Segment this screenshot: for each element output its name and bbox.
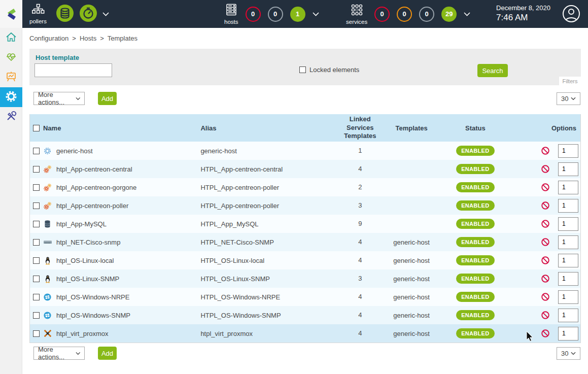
services-ok-badge[interactable]: 29 bbox=[441, 7, 457, 22]
row-checkbox[interactable] bbox=[33, 257, 40, 264]
services-warning-badge[interactable]: 0 bbox=[397, 7, 412, 22]
sidebar-item-monitoring[interactable] bbox=[0, 48, 22, 67]
database-status-icon[interactable] bbox=[56, 4, 74, 24]
template-name-link[interactable]: htpl_OS-Windows-SNMP bbox=[56, 312, 130, 319]
pollers-chevron-down-icon[interactable] bbox=[102, 12, 109, 16]
order-input[interactable] bbox=[558, 235, 578, 249]
disable-icon[interactable] bbox=[541, 311, 550, 320]
sidebar-item-administration[interactable] bbox=[0, 107, 22, 127]
row-checkbox[interactable] bbox=[33, 312, 40, 319]
order-input[interactable] bbox=[558, 272, 578, 286]
breadcrumb-configuration[interactable]: Configuration bbox=[29, 35, 68, 42]
hosts-up-badge[interactable]: 1 bbox=[290, 7, 305, 22]
pollers-icon bbox=[31, 4, 45, 18]
column-header-name[interactable]: Name bbox=[43, 124, 200, 132]
table-row[interactable]: htpl_OS-Linux-localHTPL_OS-Linux-local4g… bbox=[30, 251, 580, 269]
breadcrumb-hosts[interactable]: Hosts bbox=[80, 35, 96, 42]
disable-icon[interactable] bbox=[541, 274, 550, 283]
table-row[interactable]: htpl_OS-Windows-NRPEHTPL_OS-Windows-NRPE… bbox=[30, 288, 580, 306]
template-name-link[interactable]: generic-host bbox=[56, 147, 93, 155]
centreon-logo[interactable] bbox=[0, 0, 22, 28]
order-input[interactable] bbox=[558, 290, 578, 304]
disable-icon[interactable] bbox=[541, 256, 550, 265]
template-name-link[interactable]: htpl_App-centreon-central bbox=[56, 165, 132, 173]
order-input[interactable] bbox=[558, 254, 578, 267]
table-row[interactable]: htpl_NET-Cisco-snmpHTPL_NET-Cisco-SNMP4g… bbox=[30, 233, 580, 251]
table-row[interactable]: htpl_virt_proxmoxhtpl_virt_proxmox4gener… bbox=[30, 324, 580, 343]
order-input[interactable] bbox=[558, 162, 578, 176]
windows-icon bbox=[43, 311, 52, 320]
services-chevron-down-icon[interactable] bbox=[464, 12, 470, 16]
hosts-chevron-down-icon[interactable] bbox=[313, 12, 319, 16]
order-input[interactable] bbox=[558, 309, 578, 322]
template-name-link[interactable]: htpl_App-MySQL bbox=[56, 220, 107, 228]
more-actions-select-top[interactable]: More actions... bbox=[33, 92, 85, 105]
disable-icon[interactable] bbox=[541, 329, 550, 338]
row-checkbox[interactable] bbox=[33, 276, 40, 282]
disable-icon[interactable] bbox=[541, 201, 550, 210]
template-name-link[interactable]: htpl_App-centreon-poller bbox=[56, 202, 128, 210]
disable-icon[interactable] bbox=[541, 219, 550, 228]
template-name-link[interactable]: htpl_NET-Cisco-snmp bbox=[56, 239, 120, 246]
table-row[interactable]: htpl_App-centreon-gorgoneHTPL_App-centre… bbox=[30, 178, 580, 196]
hosts-menu[interactable]: hosts bbox=[224, 4, 238, 25]
linked-services-count: 4 bbox=[341, 256, 379, 265]
add-button-top[interactable]: Add bbox=[98, 92, 117, 105]
template-name-link[interactable]: htpl_OS-Windows-NRPE bbox=[56, 293, 130, 301]
sidebar-item-home[interactable] bbox=[0, 28, 22, 48]
row-checkbox[interactable] bbox=[33, 166, 40, 173]
table-row[interactable]: htpl_OS-Windows-SNMPHTPL_OS-Windows-SNMP… bbox=[30, 306, 580, 324]
order-input[interactable] bbox=[558, 181, 578, 194]
order-input[interactable] bbox=[558, 199, 578, 213]
order-input[interactable] bbox=[558, 217, 578, 231]
latency-gauge-icon[interactable] bbox=[79, 4, 97, 24]
search-button[interactable]: Search bbox=[477, 64, 508, 77]
row-checkbox[interactable] bbox=[33, 148, 40, 154]
services-menu[interactable]: services bbox=[346, 4, 367, 25]
table-row[interactable]: htpl_OS-Linux-SNMPHTPL_OS-Linux-SNMP3gen… bbox=[30, 269, 580, 288]
user-profile-icon[interactable] bbox=[563, 5, 580, 22]
template-name-link[interactable]: htpl_OS-Linux-SNMP bbox=[56, 275, 119, 283]
template-name-link[interactable]: htpl_virt_proxmox bbox=[56, 330, 109, 337]
app-gears-icon bbox=[43, 183, 52, 192]
page-size-select-top[interactable]: 30 bbox=[557, 92, 580, 105]
hosts-unreachable-badge[interactable]: 0 bbox=[268, 7, 283, 22]
row-checkbox[interactable] bbox=[33, 330, 40, 337]
host-template-search-input[interactable] bbox=[34, 63, 112, 77]
disable-icon[interactable] bbox=[541, 237, 550, 247]
sidebar-item-configuration[interactable] bbox=[0, 87, 22, 107]
services-critical-badge[interactable]: 0 bbox=[374, 7, 390, 22]
table-row[interactable]: htpl_App-centreon-pollerHTPL_App-centreo… bbox=[30, 196, 580, 215]
breadcrumb-templates[interactable]: Templates bbox=[108, 35, 137, 42]
filter-panel: Host template Locked elements Search bbox=[29, 49, 581, 85]
disable-icon[interactable] bbox=[541, 292, 550, 301]
row-checkbox[interactable] bbox=[33, 239, 40, 246]
services-unknown-badge[interactable]: 0 bbox=[419, 7, 434, 22]
current-date: December 8, 2020 bbox=[496, 4, 550, 12]
table-row[interactable]: htpl_App-centreon-centralHTPL_App-centre… bbox=[30, 160, 580, 178]
template-name-link[interactable]: htpl_App-centreon-gorgone bbox=[56, 184, 136, 191]
pollers-menu[interactable]: pollers bbox=[29, 4, 47, 24]
row-checkbox[interactable] bbox=[33, 202, 40, 209]
page-size-select-bottom[interactable]: 30 bbox=[557, 347, 580, 360]
add-button-bottom[interactable]: Add bbox=[98, 347, 117, 360]
select-all-checkbox[interactable] bbox=[33, 125, 40, 131]
row-checkbox[interactable] bbox=[33, 221, 40, 227]
row-checkbox[interactable] bbox=[33, 294, 40, 300]
order-input[interactable] bbox=[558, 327, 578, 341]
disable-icon[interactable] bbox=[541, 164, 550, 174]
more-actions-select-bottom[interactable]: More actions... bbox=[33, 347, 85, 360]
parent-template: generic-host bbox=[379, 330, 444, 337]
sidebar-item-reporting[interactable] bbox=[0, 67, 22, 87]
table-row[interactable]: generic-hostgeneric-host1ENABLED bbox=[30, 142, 580, 160]
disable-icon[interactable] bbox=[541, 183, 550, 192]
filters-toggle[interactable]: Filters bbox=[559, 77, 581, 86]
order-input[interactable] bbox=[558, 144, 578, 158]
row-checkbox[interactable] bbox=[33, 184, 40, 191]
linked-services-count: 9 bbox=[341, 220, 379, 228]
table-row[interactable]: htpl_App-MySQLHTPL_App_MySQL9ENABLED bbox=[30, 215, 580, 233]
hosts-down-badge[interactable]: 0 bbox=[246, 7, 261, 22]
disable-icon[interactable] bbox=[541, 146, 550, 155]
locked-elements-checkbox[interactable] bbox=[299, 66, 306, 73]
template-name-link[interactable]: htpl_OS-Linux-local bbox=[56, 257, 114, 264]
